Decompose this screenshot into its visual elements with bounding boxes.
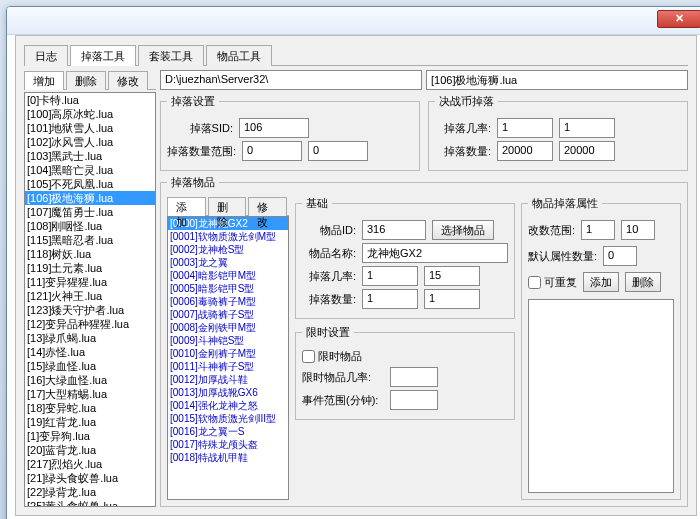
basic-group: 基础 物品ID: 316 选择物品 物品名称: 龙神炮GX2 (295, 196, 515, 319)
list-item[interactable]: [0]卡特.lua (25, 93, 155, 107)
list-item[interactable]: [0011]斗神裤子S型 (168, 360, 288, 373)
item-qty-b[interactable]: 1 (424, 289, 480, 309)
close-button[interactable]: ✕ (657, 10, 700, 28)
list-item[interactable]: [17]大型精蜴.lua (25, 387, 155, 401)
left-subtab-0[interactable]: 增加 (24, 71, 64, 90)
timed-checkbox-input[interactable] (302, 350, 315, 363)
list-item[interactable]: [14]赤怪.lua (25, 345, 155, 359)
list-item[interactable]: [101]地狱雪人.lua (25, 121, 155, 135)
list-item[interactable]: [20]蓝背龙.lua (25, 443, 155, 457)
select-item-button[interactable]: 选择物品 (432, 220, 494, 240)
main-tab-3[interactable]: 物品工具 (206, 45, 272, 66)
main-tab-0[interactable]: 日志 (24, 45, 68, 66)
list-item[interactable]: [22]绿背龙.lua (25, 485, 155, 499)
timed-rate-input[interactable] (390, 367, 438, 387)
list-item[interactable]: [0006]毒骑裤子M型 (168, 295, 288, 308)
list-item[interactable]: [0009]斗神铠S型 (168, 334, 288, 347)
item-subtab-0[interactable]: 添加 (167, 197, 206, 216)
repeatable-checkbox-input[interactable] (528, 276, 541, 289)
list-item[interactable]: [108]刚咽怪.lua (25, 219, 155, 233)
coin-drop-group: 决战币掉落 掉落几率: 1 1 掉落数量: 20000 20000 (428, 94, 688, 171)
list-item[interactable]: [0014]强化龙神之怒 (168, 399, 288, 412)
list-item[interactable]: [12]变异品种猩猩.lua (25, 317, 155, 331)
list-item[interactable]: [107]魔笛勇士.lua (25, 205, 155, 219)
list-item[interactable]: [103]黑武士.lua (25, 149, 155, 163)
list-item[interactable]: [0015]软物质激光剑III型 (168, 412, 288, 425)
timed-checkbox[interactable]: 限时物品 (302, 349, 362, 364)
list-item[interactable]: [0001]软物质激光剑M型 (168, 230, 288, 243)
left-subtab-1[interactable]: 删除 (66, 71, 106, 90)
list-item[interactable]: [25]黄头食蚁兽.lua (25, 499, 155, 507)
attr-add-button[interactable]: 添加 (583, 272, 619, 292)
list-item[interactable]: [0002]龙神枪S型 (168, 243, 288, 256)
list-item[interactable]: [0003]龙之翼 (168, 256, 288, 269)
item-name-input[interactable]: 龙神炮GX2 (362, 243, 508, 263)
list-item[interactable]: [123]矮天守护者.lua (25, 303, 155, 317)
drop-range-b[interactable]: 0 (308, 141, 368, 161)
list-item[interactable]: [1]变异狗.lua (25, 429, 155, 443)
list-item[interactable]: [0007]战骑裤子S型 (168, 308, 288, 321)
list-item[interactable]: [18]变异蛇.lua (25, 401, 155, 415)
item-subtab-1[interactable]: 删除 (208, 197, 247, 216)
list-item[interactable]: [121]火神王.lua (25, 289, 155, 303)
coin-rate-b[interactable]: 1 (559, 118, 615, 138)
item-rate-a[interactable]: 1 (362, 266, 418, 286)
lua-file-list[interactable]: [0]卡特.lua[100]高原冰蛇.lua[101]地狱雪人.lua[102]… (24, 92, 156, 507)
file-name-input[interactable]: [106]极地海狮.lua (426, 70, 688, 90)
list-item[interactable]: [0018]特战机甲鞋 (168, 451, 288, 464)
coin-qty-a[interactable]: 20000 (497, 141, 553, 161)
list-item[interactable]: [119]土元素.lua (25, 261, 155, 275)
list-item[interactable]: [118]树妖.lua (25, 247, 155, 261)
list-item[interactable]: [102]冰风雪人.lua (25, 135, 155, 149)
attr-default-input[interactable]: 0 (603, 246, 637, 266)
attr-range-a[interactable]: 1 (581, 220, 615, 240)
list-item[interactable]: [0008]金刚铁甲M型 (168, 321, 288, 334)
path-input[interactable]: D:\juezhan\Server32\ (160, 70, 422, 90)
coin-rate-a[interactable]: 1 (497, 118, 553, 138)
list-item[interactable]: [100]高原冰蛇.lua (25, 107, 155, 121)
left-subtab-2[interactable]: 修改 (108, 71, 148, 90)
list-item[interactable]: [115]黑暗忍者.lua (25, 233, 155, 247)
list-item[interactable]: [19]红背龙.lua (25, 415, 155, 429)
app-window: ✕ 日志掉落工具套装工具物品工具 增加删除修改 [0]卡特.lua[100]高原… (6, 6, 700, 519)
drop-items-group: 掉落物品 添加删除修改 [0000]龙神炮GX2[0001]软物质激光剑M型[0… (160, 175, 688, 507)
timed-event-input[interactable] (390, 390, 438, 410)
sid-input[interactable]: 106 (239, 118, 309, 138)
attr-list[interactable] (528, 299, 674, 493)
coin-qty-label: 掉落数量: (435, 144, 491, 159)
list-item[interactable]: [15]绿血怪.lua (25, 359, 155, 373)
list-item[interactable]: [217]烈焰火.lua (25, 457, 155, 471)
item-name-label: 物品名称: (302, 246, 356, 261)
list-item[interactable]: [104]黑暗亡灵.lua (25, 163, 155, 177)
list-item[interactable]: [105]不死凤凰.lua (25, 177, 155, 191)
coin-qty-b[interactable]: 20000 (559, 141, 615, 161)
attr-range-b[interactable]: 10 (621, 220, 655, 240)
repeatable-checkbox[interactable]: 可重复 (528, 275, 577, 290)
list-item[interactable]: [106]极地海狮.lua (25, 191, 155, 205)
list-item[interactable]: [0010]金刚裤子M型 (168, 347, 288, 360)
timed-checkbox-label: 限时物品 (318, 349, 362, 364)
attr-range-label: 改数范围: (528, 223, 575, 238)
list-item[interactable]: [0016]龙之翼一S (168, 425, 288, 438)
list-item[interactable]: [0013]加厚战靴GX6 (168, 386, 288, 399)
item-id-label: 物品ID: (302, 223, 356, 238)
basic-legend: 基础 (302, 196, 332, 211)
coin-rate-label: 掉落几率: (435, 121, 491, 136)
main-tab-2[interactable]: 套装工具 (138, 45, 204, 66)
item-rate-b[interactable]: 15 (424, 266, 480, 286)
list-item[interactable]: [21]绿头食蚁兽.lua (25, 471, 155, 485)
item-id-input[interactable]: 316 (362, 220, 426, 240)
item-subtab-2[interactable]: 修改 (248, 197, 287, 216)
list-item[interactable]: [0004]暗影铠甲M型 (168, 269, 288, 282)
item-qty-a[interactable]: 1 (362, 289, 418, 309)
list-item[interactable]: [0012]加厚战斗鞋 (168, 373, 288, 386)
main-tab-1[interactable]: 掉落工具 (70, 45, 136, 66)
list-item[interactable]: [11]变异猩猩.lua (25, 275, 155, 289)
list-item[interactable]: [0005]暗影铠甲S型 (168, 282, 288, 295)
list-item[interactable]: [0017]特殊龙颅头盔 (168, 438, 288, 451)
drop-range-a[interactable]: 0 (242, 141, 302, 161)
attr-del-button[interactable]: 删除 (625, 272, 661, 292)
list-item[interactable]: [16]大绿血怪.lua (25, 373, 155, 387)
drop-item-list[interactable]: [0000]龙神炮GX2[0001]软物质激光剑M型[0002]龙神枪S型[00… (167, 216, 289, 500)
list-item[interactable]: [13]绿爪蝎.lua (25, 331, 155, 345)
